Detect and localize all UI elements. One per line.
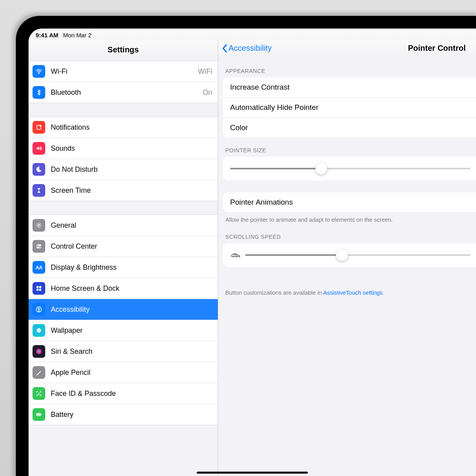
svg-point-31 xyxy=(40,393,40,393)
sidebar-item-siri[interactable]: Siri & Search xyxy=(29,341,218,362)
sidebar-item-value: WiFi xyxy=(198,67,212,76)
row-label: Color xyxy=(230,123,248,132)
svg-line-5 xyxy=(40,226,41,227)
sidebar-item-faceid[interactable]: Face ID & Passcode xyxy=(29,383,218,404)
footer-note-prefix: Button customizations are available in xyxy=(225,290,323,296)
row-label: Automatically Hide Pointer xyxy=(230,103,319,112)
sidebar-item-label: Home Screen & Dock xyxy=(51,284,119,293)
svg-point-15 xyxy=(40,247,41,248)
tortoise-icon xyxy=(230,251,240,259)
section-header-pointer-size: POINTER SIZE xyxy=(218,138,476,157)
svg-line-9 xyxy=(37,223,38,224)
svg-point-2 xyxy=(40,125,42,127)
sidebar-item-home[interactable]: Home Screen & Dock xyxy=(29,278,218,299)
pointer-size-slider-row xyxy=(223,157,476,180)
svg-point-3 xyxy=(38,225,40,226)
bell-badge-icon xyxy=(33,121,45,134)
sidebar-item-label: Bluetooth xyxy=(51,88,81,97)
sidebar-item-label: Apple Pencil xyxy=(51,369,90,377)
aa-icon: AA xyxy=(33,261,45,274)
wifi-icon xyxy=(33,65,45,78)
sidebar-item-general[interactable]: General xyxy=(29,215,218,236)
sidebar-item-value: On xyxy=(203,88,212,97)
pointer-animations-note: Allow the pointer to animate and adapt t… xyxy=(218,212,476,224)
hourglass-icon xyxy=(33,184,45,197)
assistivetouch-settings-link[interactable]: AssistiveTouch settings xyxy=(323,290,383,296)
toggles-icon xyxy=(33,240,45,253)
svg-rect-18 xyxy=(36,289,38,291)
sidebar-item-label: Siri & Search xyxy=(51,347,92,356)
grid-icon xyxy=(33,282,45,295)
sidebar-item-label: Display & Brightness xyxy=(51,263,117,272)
slider-thumb[interactable] xyxy=(315,163,327,175)
chevron-left-icon xyxy=(221,44,228,53)
svg-point-0 xyxy=(38,73,39,74)
sidebar-item-label: Screen Time xyxy=(51,186,91,195)
status-time: 9:41 AM xyxy=(36,32,58,38)
sidebar-item-label: Wallpaper xyxy=(51,326,83,335)
svg-rect-17 xyxy=(39,286,41,288)
sidebar-item-label: General xyxy=(51,221,76,230)
svg-point-13 xyxy=(37,245,38,246)
svg-rect-33 xyxy=(41,414,42,415)
row-color[interactable]: Color xyxy=(223,117,476,138)
svg-rect-19 xyxy=(39,289,41,291)
sidebar-item-label: Accessibility xyxy=(51,305,90,314)
sidebar-item-label: Notifications xyxy=(51,123,90,132)
back-label: Accessibility xyxy=(228,44,272,53)
moon-icon xyxy=(33,163,45,176)
sidebar-item-sounds[interactable]: Sounds xyxy=(29,138,218,159)
pencil-icon xyxy=(33,366,45,379)
status-bar: 9:41 AM Mon Mar 2 xyxy=(29,29,476,40)
settings-sidebar: Settings Wi-FiWiFiBluetoothOnNotificatio… xyxy=(29,40,218,476)
sidebar-item-pencil[interactable]: Apple Pencil xyxy=(29,362,218,383)
detail-title: Pointer Control xyxy=(272,44,470,53)
svg-point-22 xyxy=(38,330,40,331)
sidebar-item-bluetooth[interactable]: BluetoothOn xyxy=(29,82,218,103)
bluetooth-icon xyxy=(33,86,45,99)
flower-icon xyxy=(33,324,45,337)
back-button[interactable]: Accessibility xyxy=(221,44,272,53)
sidebar-item-dnd[interactable]: Do Not Disturb xyxy=(29,159,218,180)
home-indicator[interactable] xyxy=(197,472,308,474)
sidebar-item-display[interactable]: AADisplay & Brightness xyxy=(29,257,218,278)
sidebar-item-label: Battery xyxy=(51,411,73,419)
sidebar-item-label: Control Center xyxy=(51,242,97,251)
row-label: Increase Contrast xyxy=(230,83,290,92)
svg-rect-16 xyxy=(36,286,38,288)
sidebar-item-battery[interactable]: Battery xyxy=(29,404,218,425)
svg-line-7 xyxy=(37,226,38,227)
appearance-group: Increase Contrast Automatically Hide Poi… xyxy=(223,77,476,138)
sidebar-item-wallpaper[interactable]: Wallpaper xyxy=(29,320,218,341)
sidebar-item-accessibility[interactable]: Accessibility xyxy=(29,299,218,320)
scrolling-speed-slider-row xyxy=(223,243,476,267)
row-increase-contrast[interactable]: Increase Contrast xyxy=(223,77,476,97)
svg-point-30 xyxy=(38,393,38,393)
svg-point-29 xyxy=(36,349,42,354)
ipad-screen: 9:41 AM Mon Mar 2 Settings Wi-FiWiFiBlue… xyxy=(29,29,476,476)
scrolling-speed-slider[interactable] xyxy=(245,250,470,260)
sidebar-item-label: Wi-Fi xyxy=(51,67,67,76)
gear-icon xyxy=(33,219,45,232)
row-pointer-animations[interactable]: Pointer Animations xyxy=(223,192,476,212)
sidebar-item-notifications[interactable]: Notifications xyxy=(29,117,218,138)
sidebar-item-label: Do Not Disturb xyxy=(51,165,98,174)
accessibility-icon xyxy=(33,303,45,316)
pointer-size-slider[interactable] xyxy=(230,164,470,173)
siri-icon xyxy=(33,345,45,358)
section-header-scrolling-speed: SCROLLING SPEED xyxy=(218,224,476,243)
svg-point-21 xyxy=(38,307,40,309)
svg-rect-34 xyxy=(37,414,40,415)
speaker-icon xyxy=(33,142,45,155)
status-date: Mon Mar 2 xyxy=(63,32,92,38)
row-auto-hide-pointer[interactable]: Automatically Hide Pointer xyxy=(223,97,476,117)
faceid-icon xyxy=(33,387,45,400)
sidebar-item-wifi[interactable]: Wi-FiWiFi xyxy=(29,61,218,82)
sidebar-item-controlcenter[interactable]: Control Center xyxy=(29,236,218,257)
row-label: Pointer Animations xyxy=(230,198,293,207)
sidebar-item-label: Sounds xyxy=(51,144,75,153)
slider-thumb[interactable] xyxy=(336,249,348,261)
sidebar-item-screentime[interactable]: Screen Time xyxy=(29,180,218,201)
detail-pane: Accessibility Pointer Control APPEARANCE… xyxy=(218,40,476,476)
assistivetouch-footer-note: Button customizations are available in A… xyxy=(218,285,476,297)
